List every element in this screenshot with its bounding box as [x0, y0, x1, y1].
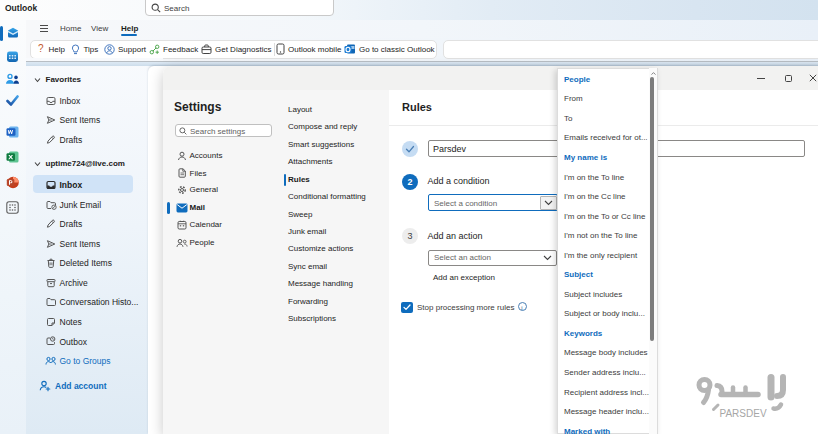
- svg-text:PARSDEV: PARSDEV: [720, 408, 767, 419]
